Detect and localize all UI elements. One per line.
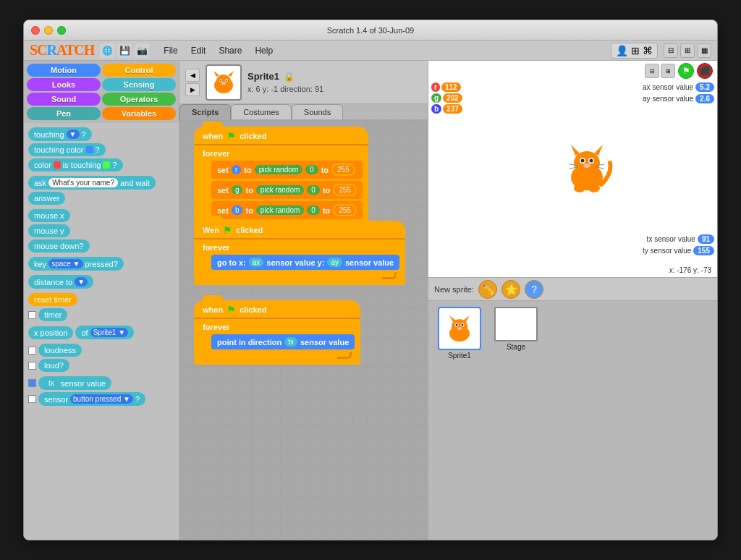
sprite-thumb-stage[interactable]: Stage [491,307,541,360]
block-touching[interactable]: touching ▼ ? [28,127,174,141]
sensor-ax-label: ax sensor value [643,83,693,91]
category-variables[interactable]: Variables [102,107,176,120]
category-motion[interactable]: Motion [27,64,101,77]
block-answer[interactable]: answer [28,192,174,205]
timer-checkbox[interactable] [28,311,36,319]
maximize-button[interactable] [57,26,66,35]
block-loud[interactable]: loud? [28,359,174,372]
middle-panel: ◀ ▶ [179,61,428,540]
svg-point-23 [588,184,600,192]
fullscreen-icon[interactable]: ⊞ [631,45,640,56]
paint-sprite-button[interactable]: ✏️ [478,280,497,299]
svg-marker-27 [463,315,470,322]
sensor-ty-label: ty sensor value [643,247,691,255]
view-btn-1[interactable]: ⊟ [664,43,678,58]
green-flag-button[interactable]: ⚑ [678,63,694,79]
loud-checkbox[interactable] [28,362,36,370]
category-operators[interactable]: Operators [102,93,176,106]
view-btn-3[interactable]: ▦ [697,43,711,58]
sprite-nav-buttons: ◀ ▶ [185,69,200,96]
block-mouse-x[interactable]: mouse x [28,209,174,222]
hat-when-clicked-2[interactable]: Wen ⚑ clicked [194,221,405,238]
category-pen[interactable]: Pen [27,107,101,120]
category-control[interactable]: Control [102,64,176,77]
sensor-r-value: 112 [441,82,461,92]
svg-point-7 [226,80,227,81]
new-sprite-bar: New sprite: ✏️ ⭐ ? [428,278,717,301]
block-key-pressed[interactable]: key space ▼ pressed? [28,257,174,271]
cmd-set-r[interactable]: set r to pick random 0 to 255 [211,161,363,179]
main-content: Motion Control Looks Sensing Sound Opera… [24,61,717,540]
block-tx-sensor[interactable]: tx sensor value [28,376,174,390]
library-sprite-button[interactable]: ? [525,280,543,299]
globe-icon[interactable]: 🌐 [100,43,114,58]
menu-edit[interactable]: Edit [185,44,212,57]
sprite-thumb-label-stage: Stage [507,343,525,351]
sprite-info: ◀ ▶ [179,61,428,104]
sensor-ay: ay sensor value 2.6 [643,94,714,103]
sprite-thumbnail [206,64,242,101]
menu-share[interactable]: Share [213,44,247,57]
sensor-display-left: r 112 g 202 b 237 [431,82,462,114]
block-mouse-y[interactable]: mouse y [28,224,174,237]
sprite-nav-left[interactable]: ◀ [185,69,200,82]
block-color-touching[interactable]: color is touching ? [28,158,174,171]
sprite-nav-right[interactable]: ▶ [185,83,200,96]
sensor-tx-value: 91 [698,234,714,244]
present-icon[interactable]: 👤 [616,45,628,56]
hat-when-clicked-3[interactable]: when ⚑ clicked [194,300,360,318]
svg-marker-2 [213,71,219,77]
svg-point-17 [583,164,590,168]
block-loudness[interactable]: loudness [28,344,174,357]
category-sound[interactable]: Sound [27,93,101,106]
block-distance-to[interactable]: distance to ▼ [28,275,174,289]
sprite-name-row: Sprite1 🔒 [247,71,422,82]
sprite-thumb-img-1 [438,307,481,350]
scripts-area[interactable]: when ⚑ clicked forever set r to [179,119,428,540]
block-touching-color[interactable]: touching color ? [28,143,174,156]
sprite-thumb-label-1: Sprite1 [448,352,471,360]
stage-view-1[interactable]: ⊟ [645,64,659,78]
stage-view-2[interactable]: ⊞ [661,64,675,78]
view-toolbar: 👤 ⊞ ⌘ [611,43,658,59]
view-btn-2[interactable]: ⊞ [680,43,695,58]
sprite-thumb-sprite1[interactable]: Sprite1 [434,307,485,360]
block-sensor-button[interactable]: sensor button pressed ▼ ? [28,392,174,406]
cmd-set-b[interactable]: set b to pick random 0 to 255 [211,201,363,219]
block-reset-timer[interactable]: reset timer [28,293,174,306]
block-xpos-of[interactable]: x position of Sprite1 ▼ [28,326,174,339]
tab-sounds[interactable]: Sounds [292,104,343,119]
cmd-point[interactable]: point in direction tx sensor value [211,334,355,349]
block-ask[interactable]: ask What's your name? and wait [28,176,174,190]
forever-label-2: forever [197,242,402,253]
cmd-goto[interactable]: go to x: ax sensor value y: ay sensor va… [211,255,399,270]
minimize-button[interactable] [44,26,53,35]
surprise-sprite-button[interactable]: ⭐ [501,280,520,299]
category-looks[interactable]: Looks [27,78,101,91]
menubar: SCRATCH 🌐 💾 📷 File Edit Share Help 👤 ⊞ ⌘… [24,41,717,61]
save-icon[interactable]: 💾 [117,43,132,58]
block-timer[interactable]: timer [28,308,174,321]
block-mouse-down[interactable]: mouse down? [28,239,174,253]
tx-sensor-checkbox[interactable] [28,379,36,387]
close-button[interactable] [31,26,40,35]
menu-file[interactable]: File [158,44,183,57]
hat-when-clicked-1[interactable]: when ⚑ clicked [194,127,368,144]
grid-icon[interactable]: ⌘ [643,45,653,56]
camera-icon[interactable]: 📷 [135,43,149,58]
stop-button[interactable]: ⬛ [697,63,713,79]
svg-marker-3 [228,71,234,77]
window-title: Scratch 1.4 of 30-Jun-09 [327,26,414,35]
svg-point-1 [216,75,231,88]
loudness-checkbox[interactable] [28,347,36,355]
tab-scripts[interactable]: Scripts [179,104,231,119]
category-sensing[interactable]: Sensing [102,78,176,91]
menu-help[interactable]: Help [249,44,279,57]
svg-point-30 [456,324,458,326]
sensor-button-checkbox[interactable] [28,395,36,403]
block-categories: Motion Control Looks Sensing Sound Opera… [24,61,179,123]
tab-costumes[interactable]: Costumes [231,104,292,119]
menu-icons: 🌐 💾 📷 [100,43,149,58]
sensor-ay-value: 2.6 [695,94,714,103]
cmd-set-g[interactable]: set g to pick random 0 to 255 [211,181,363,199]
